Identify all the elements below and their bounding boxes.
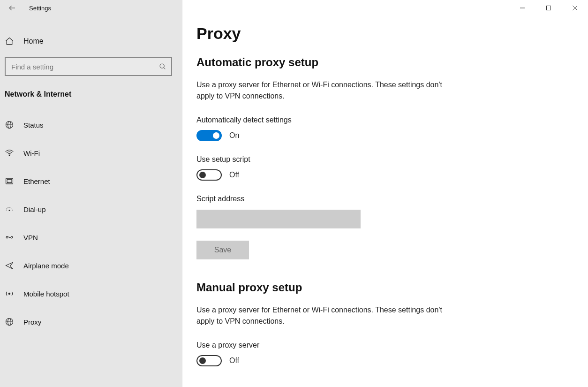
use-script-toggle-row: Off [196,169,588,181]
use-proxy-server-label: Use a proxy server [196,341,588,349]
script-address-label: Script address [196,195,588,203]
svg-point-6 [9,155,10,156]
minimize-button[interactable] [509,0,535,16]
sidebar-item-label: Ethernet [23,177,50,185]
use-script-toggle[interactable] [196,169,222,181]
search-icon [159,63,166,70]
back-button[interactable] [4,0,21,16]
sidebar-item-airplane[interactable]: Airplane mode [0,254,182,277]
hotspot-icon [5,289,18,298]
proxy-icon [5,317,18,326]
home-nav-item[interactable]: Home [0,30,182,53]
sidebar-item-proxy[interactable]: Proxy [0,311,182,333]
page-title: Proxy [196,24,588,43]
maximize-icon [546,5,551,11]
svg-point-15 [11,236,13,238]
svg-rect-21 [547,6,551,10]
auto-detect-toggle-row: On [196,130,588,141]
search-wrap [0,53,182,76]
content-area: Proxy Automatic proxy setup Use a proxy … [182,16,588,366]
sidebar: Settings Home Network & Internet [0,0,182,387]
auto-proxy-description: Use a proxy server for Ethernet or Wi-Fi… [196,79,445,102]
use-proxy-toggle[interactable] [196,355,222,366]
home-label: Home [23,37,44,46]
auto-proxy-heading: Automatic proxy setup [196,56,588,69]
ethernet-icon [5,176,18,186]
maximize-button[interactable] [535,0,562,16]
save-button[interactable]: Save [196,241,249,259]
titlebar-left: Settings [0,0,182,16]
airplane-icon [5,261,18,270]
search-box[interactable] [5,57,172,76]
window-controls [182,0,588,16]
svg-point-1 [160,64,164,68]
sidebar-item-vpn[interactable]: VPN [0,226,182,249]
sidebar-item-label: Mobile hotspot [23,290,69,298]
sidebar-item-ethernet[interactable]: Ethernet [0,170,182,192]
globe-icon [5,120,18,129]
use-proxy-toggle-row: Off [196,355,588,366]
sidebar-item-hotspot[interactable]: Mobile hotspot [0,282,182,305]
close-icon [572,5,578,11]
back-arrow-icon [8,4,16,12]
sidebar-item-label: Wi-Fi [23,149,40,157]
sidebar-item-label: Status [23,121,44,129]
script-address-input[interactable] [196,210,361,228]
wifi-icon [5,148,18,158]
sidebar-nav: Status Wi-Fi Ethernet [0,114,182,339]
home-icon [5,37,18,46]
app-root: Settings Home Network & Internet [0,0,588,387]
svg-point-13 [9,210,10,211]
sidebar-item-dialup[interactable]: Dial-up [0,198,182,220]
svg-point-14 [6,236,8,238]
sidebar-item-label: VPN [23,234,38,242]
svg-point-16 [8,293,10,294]
vpn-icon [5,233,18,242]
manual-proxy-heading: Manual proxy setup [196,281,588,294]
sidebar-item-wifi[interactable]: Wi-Fi [0,142,182,164]
auto-detect-state-text: On [229,131,239,140]
sidebar-item-label: Dial-up [23,205,46,213]
use-script-state-text: Off [229,171,239,179]
manual-proxy-description: Use a proxy server for Ethernet or Wi-Fi… [196,304,445,327]
minimize-icon [520,5,525,11]
use-proxy-state-text: Off [229,357,239,365]
auto-detect-toggle[interactable] [196,130,222,141]
search-input[interactable] [11,63,159,71]
sidebar-section-title: Network & Internet [0,76,182,105]
sidebar-item-label: Proxy [23,318,41,326]
app-title: Settings [29,5,51,12]
svg-line-2 [164,68,165,69]
use-script-label: Use setup script [196,155,588,164]
main-content: Proxy Automatic proxy setup Use a proxy … [182,0,588,387]
sidebar-item-status[interactable]: Status [0,114,182,136]
sidebar-item-label: Airplane mode [23,262,69,270]
close-button[interactable] [562,0,588,16]
dial-up-icon [5,205,18,214]
auto-detect-label: Automatically detect settings [196,116,588,124]
